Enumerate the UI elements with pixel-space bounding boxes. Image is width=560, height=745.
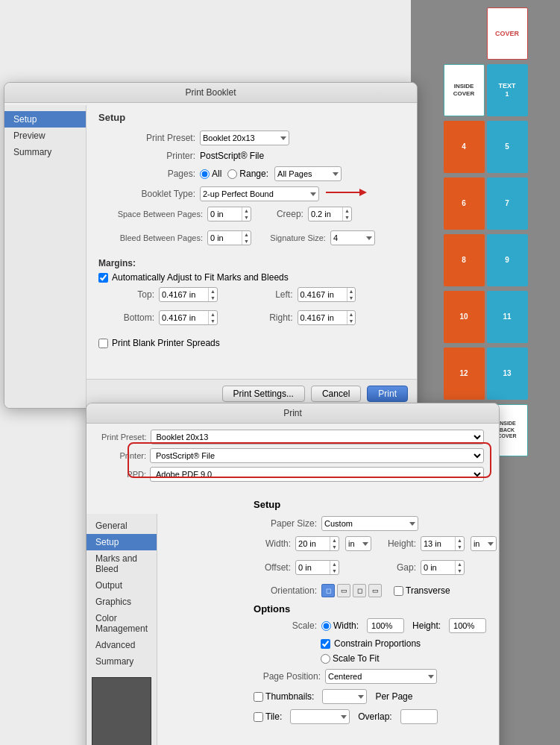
scale-row: Scale: Width: Height: <box>254 618 497 633</box>
height-input[interactable] <box>421 539 455 548</box>
range-radio[interactable]: Range: <box>227 169 268 179</box>
bleed-between-input[interactable] <box>208 233 242 242</box>
print-sidebar-marks[interactable]: Marks and Bleed <box>86 550 157 577</box>
gap-input[interactable] <box>421 563 455 572</box>
print-preset-label: Print Preset: <box>98 133 195 143</box>
signature-size-select[interactable]: 4 <box>330 230 375 245</box>
top-margin-row: Top: ▲ ▼ <box>113 287 252 302</box>
range-select[interactable]: All Pages <box>274 166 342 181</box>
booklet-print-button[interactable]: Print <box>367 386 408 402</box>
scale-height-label: Height: <box>412 620 441 631</box>
print-sidebar: General Setup Marks and Bleed Output Gra… <box>86 514 157 745</box>
creep-input[interactable] <box>309 210 342 219</box>
booklet-cancel-button[interactable]: Cancel <box>311 386 361 402</box>
space-between-down[interactable]: ▼ <box>242 214 251 221</box>
orient-landscape[interactable]: ▭ <box>337 584 350 597</box>
transverse-checkbox[interactable] <box>394 586 403 596</box>
overlap-input[interactable] <box>400 709 438 724</box>
paper-size-select[interactable]: Custom <box>321 516 418 531</box>
print-sidebar-summary[interactable]: Summary <box>86 653 157 670</box>
top-input[interactable] <box>160 290 208 299</box>
orient-landscape-flip[interactable]: ▭ <box>368 584 382 597</box>
print-sidebar-graphics[interactable]: Graphics <box>86 594 157 610</box>
creep-down[interactable]: ▼ <box>343 214 351 221</box>
creep-up[interactable]: ▲ <box>343 207 351 214</box>
height-row: Height: ▲ ▼ in <box>379 536 497 551</box>
offset-spinbox[interactable]: ▲ ▼ <box>295 560 339 575</box>
print-preset-select[interactable]: Booklet 20x13 <box>200 131 289 145</box>
svg-marker-1 <box>359 189 367 196</box>
scale-height-input[interactable] <box>449 618 486 633</box>
sidebar-item-setup[interactable]: Setup <box>4 111 86 128</box>
signature-size-label: Signature Size: <box>259 233 326 242</box>
right-spinbox[interactable]: ▲ ▼ <box>298 310 356 325</box>
tile-checkbox[interactable]: Tile: <box>254 711 282 722</box>
print-sidebar-color[interactable]: Color Management <box>86 610 157 637</box>
height-label: Height: <box>379 538 416 549</box>
width-spinbox[interactable]: ▲ ▼ <box>295 536 339 551</box>
booklet-type-label: Booklet Type: <box>98 189 195 199</box>
tile-select[interactable] <box>290 709 350 724</box>
thumbnails-checkbox[interactable]: Thumbnails: <box>254 691 314 702</box>
bleed-between-down[interactable]: ▼ <box>242 238 251 245</box>
left-input[interactable] <box>298 290 347 299</box>
gap-spinbox[interactable]: ▲ ▼ <box>421 560 465 575</box>
print-preset-top-label: Print Preset: <box>101 433 147 441</box>
pages-label: Pages: <box>98 169 195 179</box>
printer-row: Printer: PostScript® File <box>98 151 405 161</box>
bottom-input[interactable] <box>160 313 208 322</box>
height-spinbox[interactable]: ▲ ▼ <box>421 536 465 551</box>
text-1-page: TEXT1 <box>487 64 528 116</box>
right-input[interactable] <box>298 313 347 322</box>
space-between-input[interactable] <box>208 210 242 219</box>
thumbnails-select[interactable] <box>322 689 367 704</box>
width-input[interactable] <box>296 539 330 548</box>
print-blank-row: Print Blank Printer Spreads <box>98 338 405 348</box>
height-unit-select[interactable]: in <box>471 536 497 551</box>
print-sidebar-general[interactable]: General <box>86 518 157 534</box>
bottom-spinbox[interactable]: ▲ ▼ <box>159 310 218 325</box>
orient-portrait[interactable]: ◻ <box>321 584 335 597</box>
scale-width-input[interactable] <box>367 618 404 633</box>
spread-cover: COVER <box>444 7 528 60</box>
print-sidebar-output[interactable]: Output <box>86 577 157 594</box>
left-spinbox[interactable]: ▲ ▼ <box>298 287 356 302</box>
booklet-type-select[interactable]: 2-up Perfect Bound <box>200 186 319 201</box>
top-label: Top: <box>113 289 154 300</box>
spread-4: 6 7 <box>444 177 528 230</box>
print-settings-button[interactable]: Print Settings... <box>222 386 305 402</box>
print-preview-thumbnail <box>92 677 151 745</box>
red-arrow-indicator <box>322 185 367 200</box>
sidebar-item-preview[interactable]: Preview <box>4 128 86 144</box>
print-sidebar-advanced[interactable]: Advanced <box>86 637 157 653</box>
orient-portrait-flip[interactable]: ◻ <box>353 584 366 597</box>
width-row: Width: ▲ ▼ in <box>254 536 371 551</box>
print-blank-checkbox[interactable] <box>98 339 108 348</box>
space-between-up[interactable]: ▲ <box>242 207 251 214</box>
scale-to-fit-radio[interactable]: Scale To Fit <box>321 653 379 664</box>
page-10: 10 <box>444 291 485 343</box>
scale-width-radio[interactable]: Width: <box>321 620 359 631</box>
auto-adjust-checkbox[interactable] <box>98 273 108 283</box>
print-blank-label: Print Blank Printer Spreads <box>112 338 220 348</box>
bleed-between-spinbox[interactable]: ▲ ▼ <box>207 230 251 245</box>
page-position-select[interactable]: Centered <box>325 669 437 684</box>
offset-label: Offset: <box>254 562 291 573</box>
print-preset-row: Print Preset: Booklet 20x13 <box>98 131 405 145</box>
width-unit-select[interactable]: in <box>345 536 371 551</box>
creep-spinbox[interactable]: ▲ ▼ <box>308 207 352 221</box>
offset-input[interactable] <box>296 563 330 572</box>
booklet-sidebar: Setup Preview Summary <box>4 105 86 408</box>
ppd-select[interactable]: Adobe PDF 9.0 <box>150 467 484 482</box>
printer-top-select[interactable]: PostScript® File <box>150 448 484 463</box>
top-spinbox[interactable]: ▲ ▼ <box>159 287 218 302</box>
sidebar-item-summary[interactable]: Summary <box>4 144 86 160</box>
print-preset-top-select[interactable]: Booklet 20x13 <box>151 430 484 444</box>
constrain-checkbox[interactable] <box>321 639 330 649</box>
scale-to-fit-row: Scale To Fit <box>321 653 497 664</box>
space-between-spinbox[interactable]: ▲ ▼ <box>207 207 251 221</box>
all-radio[interactable]: All <box>200 169 221 179</box>
print-sidebar-setup[interactable]: Setup <box>86 534 157 550</box>
bleed-between-up[interactable]: ▲ <box>242 231 251 238</box>
auto-adjust-label: Automatically Adjust to Fit Marks and Bl… <box>112 272 289 283</box>
